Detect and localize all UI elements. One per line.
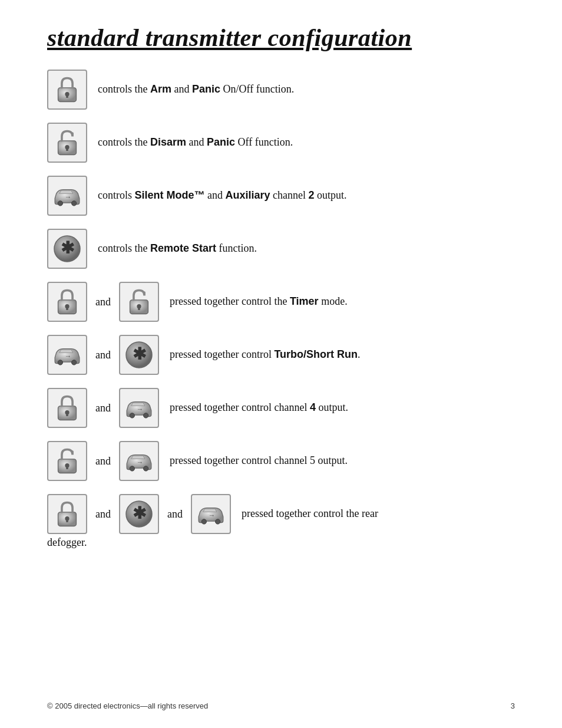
svg-text:→: →	[65, 353, 72, 360]
footer: © 2005 directed electronics—all rights r…	[47, 701, 515, 710]
and-text-9b: and	[167, 508, 183, 521]
list-item: → controls Silent Mode™ and Auxiliary ch…	[47, 176, 515, 216]
disarm-bold: Disarm	[150, 136, 186, 148]
lock-open-icon-2	[119, 282, 159, 322]
row-7-text: pressed together control channel 4 outpu…	[170, 400, 348, 415]
list-item: controls the Disarm and Panic Off functi…	[47, 123, 515, 163]
row-8-text: pressed together control channel 5 outpu…	[170, 453, 348, 468]
list-item: controls the Arm and Panic On/Off functi…	[47, 70, 515, 110]
svg-text:→: →	[137, 459, 144, 466]
lock-closed-icon	[47, 70, 87, 110]
row-2-text: controls the Disarm and Panic Off functi…	[98, 135, 293, 150]
svg-text:→: →	[65, 193, 72, 201]
car-icon-4: →	[119, 441, 159, 481]
and-text-7: and	[95, 402, 111, 414]
timer-bold: Timer	[290, 295, 319, 307]
panic-bold-1: Panic	[192, 83, 220, 95]
svg-rect-2	[66, 94, 68, 98]
svg-point-40	[216, 519, 220, 524]
row-3-text: controls Silent Mode™ and Auxiliary chan…	[98, 188, 347, 203]
svg-point-39	[201, 519, 206, 524]
row-9-text: pressed together control the rear	[242, 506, 378, 521]
page-number: 3	[511, 701, 515, 710]
star-icon: ✱	[47, 229, 87, 269]
row-5-text: pressed together control the Timer mode.	[170, 294, 348, 309]
car-icon-2: →	[47, 335, 87, 375]
panic-bold-2: Panic	[207, 136, 235, 148]
svg-rect-36	[66, 519, 68, 522]
and-text-8: and	[95, 455, 111, 467]
lock-closed-icon-2	[47, 282, 87, 322]
list-item: ✱ controls the Remote Start function.	[47, 229, 515, 269]
list-item: and → pressed together control channel 4…	[47, 388, 515, 428]
svg-text:→: →	[209, 512, 216, 519]
row-6-text: pressed together control Turbo/Short Run…	[170, 347, 361, 362]
auxiliary-bold: Auxiliary	[226, 189, 270, 201]
svg-point-26	[144, 413, 148, 418]
svg-text:→: →	[137, 406, 144, 413]
car-icon: →	[47, 176, 87, 216]
svg-point-6	[58, 201, 62, 206]
svg-rect-13	[66, 307, 68, 310]
turbo-bold: Turbo/Short Run	[274, 348, 358, 360]
page-title: standard transmitter configuration	[47, 24, 515, 52]
svg-text:✱: ✱	[133, 345, 147, 363]
svg-text:✱: ✱	[61, 239, 75, 257]
svg-point-18	[72, 360, 77, 365]
remotestart-bold: Remote Start	[150, 242, 216, 254]
svg-point-25	[130, 413, 134, 418]
list-item: and → pressed together control channel 5…	[47, 441, 515, 481]
list-item: and pressed together control the Timer m…	[47, 282, 515, 322]
lock-open-icon-3	[47, 441, 87, 481]
car-icon-3: →	[119, 388, 159, 428]
lock-closed-icon-4	[47, 494, 87, 534]
svg-point-7	[72, 201, 77, 206]
list-item: and ✱ and → pressed together control the…	[47, 494, 515, 534]
svg-rect-24	[66, 413, 68, 416]
and-text-6: and	[95, 349, 111, 361]
page: standard transmitter configuration contr…	[0, 0, 562, 596]
list-item: → and ✱ pressed together control Turbo/S…	[47, 335, 515, 375]
row-1-text: controls the Arm and Panic On/Off functi…	[98, 82, 294, 97]
defogger-text: defogger.	[47, 536, 515, 549]
star-icon-3: ✱	[119, 494, 159, 534]
and-text-5: and	[95, 296, 111, 308]
svg-text:✱: ✱	[133, 504, 147, 522]
svg-point-31	[130, 466, 134, 471]
and-text-9a: and	[95, 508, 111, 521]
row-4-text: controls the Remote Start function.	[98, 241, 257, 256]
lock-open-icon	[47, 123, 87, 163]
copyright-text: © 2005 directed electronics—all rights r…	[47, 701, 208, 710]
svg-point-17	[58, 360, 62, 365]
arm-bold: Arm	[150, 83, 171, 95]
svg-rect-30	[66, 466, 68, 469]
lock-closed-icon-3	[47, 388, 87, 428]
ch4-bold: 4	[310, 401, 316, 413]
svg-point-32	[144, 466, 148, 471]
svg-rect-16	[138, 307, 140, 310]
car-icon-5: →	[191, 494, 231, 534]
star-icon-2: ✱	[119, 335, 159, 375]
silentmode-bold: Silent Mode™	[135, 189, 205, 201]
svg-rect-5	[66, 147, 68, 151]
ch2-bold: 2	[309, 189, 315, 201]
